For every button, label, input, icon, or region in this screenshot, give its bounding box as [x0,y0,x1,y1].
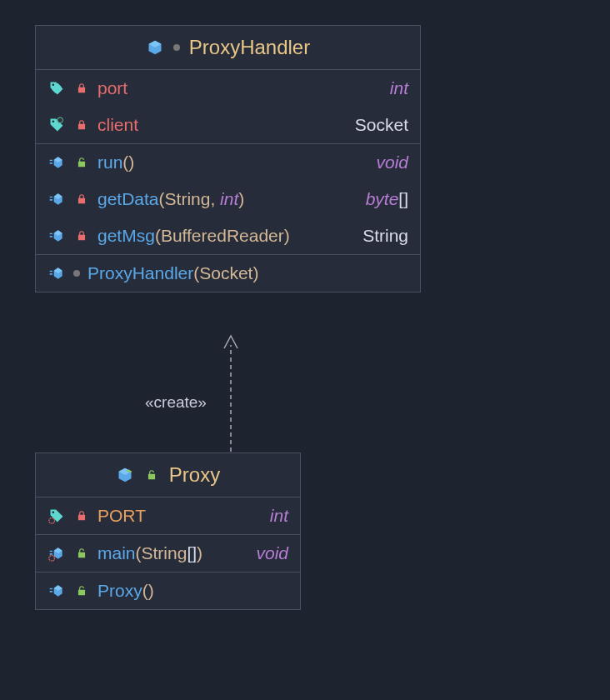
class-header: ProxyHandler [36,26,420,70]
constructors-section: ProxyHandler(Socket) [36,255,420,292]
field-type: int [390,78,408,98]
constructor-name: Proxy() [98,581,154,601]
svg-point-3 [58,118,63,123]
field-name: port [98,78,128,98]
dependency-arrow [221,333,246,452]
method-row[interactable]: getMsg(BufferedReader) String [36,218,420,254]
constructor-row[interactable]: Proxy() [36,572,300,609]
lock-open-icon [142,466,161,484]
method-icon [48,264,66,282]
method-icon [48,582,66,600]
dot-icon [172,38,181,57]
constructor-name: ProxyHandler(Socket) [88,263,258,283]
lock-closed-icon [72,227,91,245]
svg-point-6 [52,512,55,514]
method-name: run() [98,152,134,172]
field-name: client [98,115,138,135]
constructor-row[interactable]: ProxyHandler(Socket) [36,255,420,292]
return-type: byte[] [366,189,408,209]
field-row[interactable]: port int [36,70,420,107]
arrow-label: «create» [145,393,207,412]
lock-closed-icon [72,79,91,98]
methods-section: main(String[]) void [36,535,300,572]
method-name: getData(String, int) [98,189,244,209]
field-icon [48,116,66,134]
return-type: void [376,152,408,172]
class-proxyhandler[interactable]: ProxyHandler port int [35,25,421,292]
svg-point-8 [49,556,55,562]
constructors-section: Proxy() [36,572,300,609]
method-row[interactable]: getData(String, int) byte[] [36,181,420,218]
lock-closed-icon [72,507,91,525]
method-icon [48,544,66,562]
class-icon [146,38,164,57]
svg-point-7 [49,518,55,524]
svg-point-2 [52,121,55,123]
svg-point-0 [173,44,180,51]
field-row[interactable]: client Socket [36,107,420,143]
svg-point-1 [52,84,55,87]
class-header: Proxy [36,453,300,498]
dot-icon [72,264,81,282]
method-name: getMsg(BufferedReader) [98,226,290,246]
fields-section: port int client Socket [36,70,420,144]
field-row[interactable]: PORT int [36,498,300,534]
lock-open-icon [72,582,91,600]
lock-closed-icon [72,116,91,134]
field-icon [48,507,66,525]
fields-section: PORT int [36,498,300,535]
lock-closed-icon [72,190,91,208]
class-name: Proxy [169,463,220,487]
method-name: main(String[]) [98,543,202,563]
method-icon [48,227,66,245]
return-type: String [362,226,408,246]
class-proxy[interactable]: Proxy PORT int [35,452,301,610]
field-name: PORT [98,506,146,526]
method-icon [48,190,66,208]
lock-open-icon [72,153,91,172]
method-row[interactable]: run() void [36,144,420,181]
svg-point-4 [73,270,80,277]
class-name: ProxyHandler [189,36,310,59]
method-icon [48,153,66,172]
lock-open-icon [72,544,91,562]
field-type: int [270,506,288,526]
return-type: void [256,543,288,563]
class-icon [116,466,134,484]
field-icon [48,79,66,98]
method-row[interactable]: main(String[]) void [36,535,300,572]
methods-section: run() void getData(String, int) byte[] [36,144,420,255]
field-type: Socket [355,115,408,135]
